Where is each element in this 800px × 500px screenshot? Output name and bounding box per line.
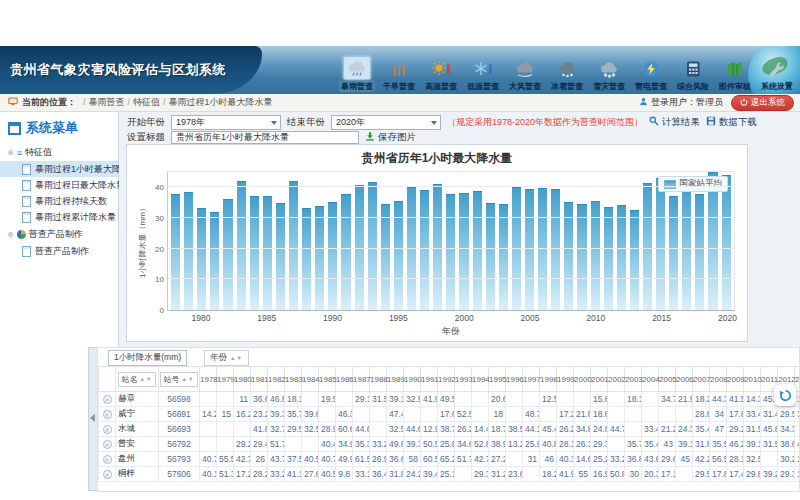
year-column-header: 2001 xyxy=(591,367,608,392)
nav-item-system-settings[interactable]: 系统设置 xyxy=(756,50,798,92)
value-cell: 21.8 xyxy=(574,407,591,422)
value-cell: 29.5 xyxy=(285,422,302,437)
year-column-header: 1992 xyxy=(438,367,455,392)
value-cell xyxy=(625,422,642,437)
value-cell: 38.9 xyxy=(489,437,506,452)
value-cell xyxy=(200,437,217,452)
select-column-header xyxy=(99,367,116,392)
login-user: 登录用户：管理员 xyxy=(639,96,723,109)
value-cell: 25.2 xyxy=(591,452,608,467)
refresh-spinner[interactable] xyxy=(774,384,796,406)
year-sort-control[interactable]: 年份 ▲▼ xyxy=(204,350,249,366)
start-year-select[interactable]: 1978年 xyxy=(171,115,281,130)
chart-bar-2016 xyxy=(669,196,678,310)
end-year-select[interactable]: 2020年 xyxy=(331,115,441,130)
value-cell: 23.6 xyxy=(506,467,523,482)
nav-item-wind[interactable]: 大风普查 xyxy=(504,50,546,92)
chart-bar-1981 xyxy=(210,212,219,310)
nav-item-hail[interactable]: 冰雹普查 xyxy=(546,50,588,92)
value-cell: 26.3 xyxy=(574,437,591,452)
sidebar-item[interactable]: 暴雨过程持续天数 xyxy=(0,193,118,209)
chart-bar-2007 xyxy=(551,189,560,310)
value-cell: 35.7 xyxy=(285,407,302,422)
breadcrumb-item[interactable]: 暴雨普查 xyxy=(89,97,125,107)
value-cell: 41.8 xyxy=(251,422,268,437)
value-cell: 38.5 xyxy=(506,422,523,437)
chart-bar-2019 xyxy=(708,172,717,310)
row-radio[interactable] xyxy=(103,410,112,419)
value-cell: 28.1 xyxy=(557,437,574,452)
year-column-header: 2009 xyxy=(727,367,744,392)
save-image-button[interactable]: 保存图片 xyxy=(365,131,416,144)
value-cell: 12.9 xyxy=(421,422,438,437)
value-cell: 46.8 xyxy=(268,392,285,407)
year-column-header: 2008 xyxy=(710,367,727,392)
high-temp-icon xyxy=(428,58,454,80)
tree-group[interactable]: ⊕普查产品制作 xyxy=(0,225,118,243)
station-name-cell: 普安 xyxy=(116,437,159,452)
row-radio[interactable] xyxy=(103,470,112,479)
value-cell: 14.1 xyxy=(795,467,800,482)
value-cell: 26.9 xyxy=(370,452,387,467)
rainstorm-icon xyxy=(343,56,371,80)
value-cell: 18 xyxy=(489,407,506,422)
nav-item-low-temp[interactable]: 低温普查 xyxy=(462,50,504,92)
row-radio[interactable] xyxy=(103,425,112,434)
value-cell: 43.6 xyxy=(642,452,659,467)
chart-title: 贵州省历年1小时最大降水量 xyxy=(127,150,747,167)
chart-bar-2015 xyxy=(656,178,665,310)
sidebar-item[interactable]: 普查产品制作 xyxy=(0,243,118,259)
value-cell xyxy=(608,407,625,422)
unit-selector[interactable]: 1小时降水量(mm) xyxy=(108,350,187,366)
login-user-label: 登录用户：管理员 xyxy=(651,96,723,109)
sidebar-item[interactable]: 暴雨过程日最大降水量 xyxy=(0,177,118,193)
nav-item-rainstorm[interactable]: 暴雨普查 xyxy=(336,50,378,92)
chart-title-input[interactable] xyxy=(171,131,359,144)
row-radio[interactable] xyxy=(103,440,112,449)
value-cell xyxy=(625,407,642,422)
chart-bar-2000 xyxy=(459,193,468,310)
nav-item-composite-risk[interactable]: 综合风险 xyxy=(672,50,714,92)
nav-item-lightning[interactable]: 雷电普查 xyxy=(630,50,672,92)
wind-icon xyxy=(512,58,538,80)
value-cell: 32.5 xyxy=(387,422,404,437)
row-radio[interactable] xyxy=(103,395,112,404)
calculate-button[interactable]: 计算结果 xyxy=(649,116,700,129)
value-cell: 40.1 xyxy=(200,467,217,482)
tree-toggle-icon[interactable]: ⊕ xyxy=(7,148,14,157)
value-cell: 41.5 xyxy=(727,392,744,407)
value-cell: 61.5 xyxy=(353,452,370,467)
nav-item-snow[interactable]: 雪灾普查 xyxy=(588,50,630,92)
tree-group[interactable]: ⊕≡特征值 xyxy=(0,143,118,161)
value-cell: 34.7 xyxy=(659,392,676,407)
value-cell: 35.3 xyxy=(353,437,370,452)
breadcrumb-item[interactable]: 暴雨过程1小时最大降水量 xyxy=(169,97,273,107)
table-header: 站名▲▼站号▲▼19781979198019811982198319841985… xyxy=(99,367,800,392)
row-radio[interactable] xyxy=(103,455,112,464)
table-row: 赫章565981136.646.818.119.529.131.539.132.… xyxy=(99,392,800,407)
value-cell: 34.3 xyxy=(778,422,795,437)
sort-header-box[interactable]: 站号▲▼ xyxy=(160,372,199,387)
station-name-header[interactable]: 站名▲▼ xyxy=(116,367,159,392)
value-cell: 33.4 xyxy=(642,422,659,437)
value-cell: 38.7 xyxy=(438,422,455,437)
breadcrumb-item[interactable]: 特征值 xyxy=(133,97,160,107)
radio-cell xyxy=(99,407,116,422)
station-id-header[interactable]: 站号▲▼ xyxy=(159,367,200,392)
nav-item-map-review[interactable]: 图件审核 xyxy=(714,50,756,92)
nav-item-high-temp[interactable]: 高温普查 xyxy=(420,50,462,92)
value-cell: 51.7 xyxy=(268,437,285,452)
logout-button[interactable]: 退出系统 xyxy=(731,95,794,111)
sidebar-item[interactable]: 暴雨过程累计降水量 xyxy=(0,209,118,225)
breadcrumb-separator: / xyxy=(163,97,166,107)
download-button[interactable]: 数据下载 xyxy=(706,116,757,129)
value-cell: 31.5 xyxy=(761,437,778,452)
sidebar-item[interactable]: 暴雨过程1小时最大降水量 xyxy=(0,161,118,177)
sort-header-box[interactable]: 站名▲▼ xyxy=(118,372,157,387)
year-column-header: 1995 xyxy=(489,367,506,392)
tree-toggle-icon[interactable]: ⊕ xyxy=(7,230,14,239)
value-cell: 31.5 xyxy=(744,422,761,437)
nav-item-drought[interactable]: 干旱普查 xyxy=(378,50,420,92)
value-cell: 37.5 xyxy=(285,452,302,467)
document-icon xyxy=(22,246,31,257)
